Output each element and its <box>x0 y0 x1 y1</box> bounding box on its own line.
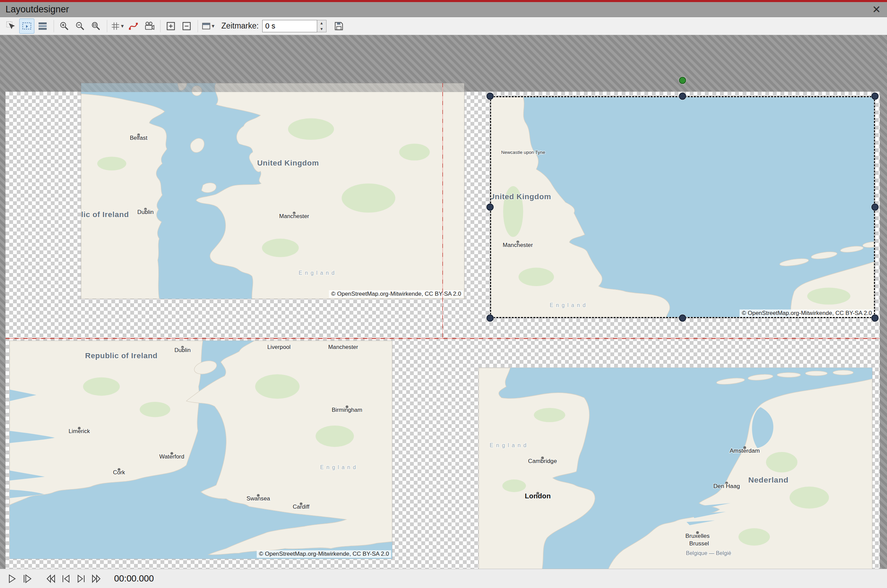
resize-handle-bottom-left[interactable] <box>487 315 494 322</box>
map-label: Nederland <box>748 476 788 484</box>
map-label: Dublin <box>174 347 190 353</box>
camera-button[interactable] <box>141 18 157 34</box>
map-label: Cork <box>113 469 125 476</box>
timecode-display: 00:00.000 <box>114 573 154 584</box>
window-title: Layoutdesigner <box>6 4 69 15</box>
map-label: Belfast <box>130 135 147 141</box>
step-forward-button[interactable] <box>74 572 88 586</box>
map-label: England <box>299 270 337 276</box>
map-image: LondonCambridgeEnglandAmsterdamDen HaagN… <box>479 368 872 569</box>
map-label: Swansea <box>247 495 270 502</box>
zeitmarke-input-group: ▲▼ <box>262 20 326 32</box>
chevron-down-icon: ▾ <box>121 22 124 29</box>
resize-handle-bottom-right[interactable] <box>872 315 879 322</box>
grid-button[interactable]: ▾ <box>110 21 125 32</box>
map-label: Manchester <box>328 344 358 350</box>
spin-up-icon[interactable]: ▲ <box>317 20 326 26</box>
curve-tool-button[interactable] <box>126 18 141 34</box>
map-label: Republic of Ireland <box>85 351 158 360</box>
map-label: Republic of Ireland <box>81 210 129 219</box>
fast-rewind-button[interactable] <box>44 572 58 586</box>
selection-frame[interactable] <box>490 96 875 318</box>
map-label: England <box>490 442 529 448</box>
rotate-handle[interactable] <box>679 77 686 84</box>
map-label: Den Haag <box>713 483 740 489</box>
resize-handle-top-right[interactable] <box>872 93 879 100</box>
map-label: Dublin <box>137 209 153 215</box>
map-attribution: © OpenStreetMap.org-Mitwirkende, CC BY-S… <box>257 550 391 558</box>
layoutdesigner-window: Layoutdesigner ✕ ▾ <box>0 0 887 588</box>
map-label: Liverpool <box>268 344 291 350</box>
fast-forward-button[interactable] <box>89 572 103 586</box>
zoom-in-button[interactable] <box>57 18 72 34</box>
zoom-out-button[interactable] <box>72 18 88 34</box>
resize-handle-top-left[interactable] <box>487 93 494 100</box>
map-label: Bruxelles <box>685 532 710 539</box>
close-button[interactable]: ✕ <box>872 3 881 16</box>
select-tool-button[interactable] <box>3 18 18 34</box>
spin-down-icon[interactable]: ▼ <box>317 26 326 32</box>
map-label: England <box>320 464 359 470</box>
resize-handle-top-center[interactable] <box>679 93 686 100</box>
resize-handle-bottom-center[interactable] <box>679 315 686 322</box>
vertical-center-guide <box>442 83 443 339</box>
canvas: United KingdomManchesterBelfastDublinRep… <box>0 35 887 569</box>
map-label: United Kingdom <box>257 159 319 167</box>
resize-handle-middle-left[interactable] <box>487 204 494 211</box>
map-label: Limerick <box>69 428 90 435</box>
map-label: Brussel <box>689 540 709 547</box>
horizontal-center-guide <box>6 338 880 339</box>
skip-button-group <box>44 572 104 586</box>
panel-button[interactable]: ▾ <box>201 21 216 32</box>
map-label: Manchester <box>279 213 309 219</box>
map-object-ireland-wales[interactable]: Republic of IrelandDublinLimerickCorkWat… <box>10 341 392 559</box>
step-back-button[interactable] <box>59 572 73 586</box>
add-button[interactable] <box>163 18 178 34</box>
map-object-se-england-benelux[interactable]: LondonCambridgeEnglandAmsterdamDen HaagN… <box>479 368 872 569</box>
map-label: Waterford <box>159 453 185 460</box>
toolbar-separator <box>54 20 54 32</box>
map-label: Cambridge <box>528 458 557 464</box>
map-label: Birmingham <box>332 406 362 413</box>
map-label: Belgique — België <box>686 550 731 556</box>
save-button[interactable] <box>331 18 346 34</box>
play-from-start-button[interactable] <box>20 572 34 586</box>
map-image: Republic of IrelandDublinLimerickCorkWat… <box>10 341 392 559</box>
zeitmarke-label: Zeitmarke: <box>221 21 259 31</box>
marquee-tool-button[interactable] <box>19 18 35 34</box>
resize-handle-middle-right[interactable] <box>872 204 879 211</box>
chevron-down-icon: ▾ <box>212 22 215 29</box>
toolbar-separator <box>107 20 107 32</box>
layers-button[interactable] <box>35 18 50 34</box>
map-overflow-hatch <box>81 83 464 92</box>
map-image: United KingdomManchesterBelfastDublinRep… <box>81 83 464 299</box>
toolbar-separator <box>198 20 198 32</box>
toolbar: ▾ ▾ Zeitmarke: ▲▼ <box>0 17 887 35</box>
map-label: London <box>525 492 550 500</box>
play-button[interactable] <box>5 572 18 586</box>
toolbar-separator <box>160 20 161 32</box>
map-object-uk-west[interactable]: United KingdomManchesterBelfastDublinRep… <box>81 83 464 299</box>
map-attribution: © OpenStreetMap.org-Mitwirkende, CC BY-S… <box>329 290 463 298</box>
zeitmarke-input[interactable] <box>262 20 317 32</box>
map-label: Amsterdam <box>730 447 760 454</box>
transport-bar: 00:00.000 <box>0 569 887 588</box>
zoom-fit-button[interactable] <box>88 18 104 34</box>
zeitmarke-spinner[interactable]: ▲▼ <box>317 20 326 32</box>
titlebar: Layoutdesigner ✕ <box>0 2 887 17</box>
remove-button[interactable] <box>179 18 194 34</box>
map-label: Cardiff <box>293 504 310 510</box>
